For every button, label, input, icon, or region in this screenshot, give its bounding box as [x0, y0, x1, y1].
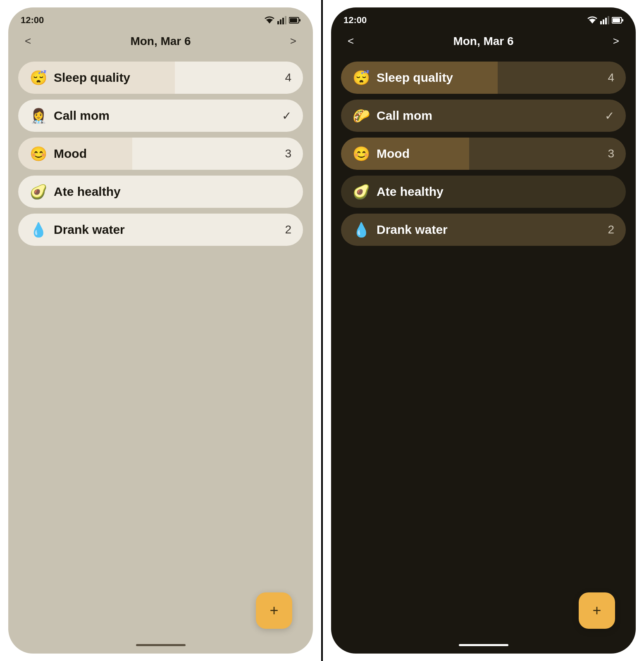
item-emoji: 💧 [30, 223, 47, 237]
item-value: 4 [608, 71, 614, 84]
signal-icon [277, 16, 286, 24]
item-emoji: 👩‍⚕️ [30, 109, 47, 123]
phone-dark: 12:00 < Mon, Mar 6 [331, 7, 636, 654]
item-emoji: 🥑 [30, 185, 47, 199]
fab-button-dark[interactable]: + [579, 592, 615, 629]
item-left: 👩‍⚕️ Call mom [30, 109, 110, 123]
nav-date-dark: Mon, Mar 6 [453, 35, 513, 48]
item-label: Mood [54, 147, 87, 161]
next-arrow-light[interactable]: > [286, 33, 301, 49]
item-label: Sleep quality [377, 71, 453, 85]
item-left: 🥑 Ate healthy [30, 185, 121, 199]
prev-arrow-light[interactable]: < [21, 33, 35, 49]
item-emoji: 😴 [30, 71, 47, 85]
fab-button-light[interactable]: + [256, 592, 292, 629]
item-label: Mood [377, 147, 410, 161]
status-bar-light: 12:00 [8, 7, 313, 29]
habit-list-light: 😴 Sleep quality 4 👩‍⚕️ Call mom ✓ 😊 Mood… [8, 57, 313, 246]
svg-rect-15 [622, 19, 623, 21]
svg-rect-2 [280, 19, 281, 24]
item-left: 🥑 Ate healthy [353, 185, 444, 199]
item-value: 2 [285, 223, 291, 236]
svg-rect-1 [277, 21, 279, 24]
list-item[interactable]: 💧 Drank water 2 [341, 214, 626, 246]
wifi-icon [587, 16, 598, 24]
list-item[interactable]: 🌮 Call mom ✓ [341, 100, 626, 132]
item-label: Drank water [54, 223, 125, 237]
svg-rect-7 [299, 19, 301, 21]
list-item[interactable]: 😊 Mood 3 [341, 138, 626, 170]
item-value: 4 [285, 71, 291, 84]
item-left: 😊 Mood [30, 147, 87, 161]
item-label: Sleep quality [54, 71, 130, 85]
item-emoji: 😊 [353, 147, 370, 161]
status-time-dark: 12:00 [343, 15, 367, 26]
habit-list-dark: 😴 Sleep quality 4 🌮 Call mom ✓ 😊 Mood 3 … [331, 57, 636, 246]
item-emoji: 🥑 [353, 185, 370, 199]
next-arrow-dark[interactable]: > [609, 33, 623, 49]
signal-icon [600, 16, 609, 24]
item-label: Ate healthy [54, 185, 121, 199]
item-left: 😴 Sleep quality [30, 71, 130, 85]
svg-rect-4 [285, 16, 286, 24]
list-item[interactable]: 😴 Sleep quality 4 [18, 62, 303, 94]
svg-rect-3 [282, 18, 284, 24]
prev-arrow-dark[interactable]: < [343, 33, 358, 49]
list-item[interactable]: 🥑 Ate healthy [341, 176, 626, 208]
status-bar-dark: 12:00 [331, 7, 636, 29]
header-nav-dark: < Mon, Mar 6 > [331, 29, 636, 57]
phone-divider [321, 0, 323, 661]
item-label: Call mom [54, 109, 110, 123]
status-icons-dark [587, 16, 623, 24]
item-left: 😴 Sleep quality [353, 71, 453, 85]
battery-icon [289, 17, 301, 24]
item-emoji: 😊 [30, 147, 47, 161]
list-item[interactable]: 👩‍⚕️ Call mom ✓ [18, 100, 303, 132]
svg-rect-12 [608, 16, 609, 24]
item-emoji: 🌮 [353, 109, 370, 123]
svg-rect-9 [600, 21, 602, 24]
nav-date-light: Mon, Mar 6 [130, 35, 191, 48]
item-label: Drank water [377, 223, 448, 237]
item-value: 3 [285, 147, 291, 160]
header-nav-light: < Mon, Mar 6 > [8, 29, 313, 57]
item-left: 🌮 Call mom [353, 109, 432, 123]
home-indicator-dark [459, 644, 508, 646]
list-item[interactable]: 🥑 Ate healthy [18, 176, 303, 208]
item-value: 3 [608, 147, 614, 160]
item-check: ✓ [282, 109, 291, 123]
item-emoji: 😴 [353, 71, 370, 85]
status-icons-light [264, 16, 301, 24]
item-left: 💧 Drank water [30, 223, 125, 237]
item-left: 😊 Mood [353, 147, 410, 161]
item-label: Call mom [377, 109, 432, 123]
wifi-icon [264, 16, 275, 24]
item-left: 💧 Drank water [353, 223, 448, 237]
svg-rect-6 [290, 18, 297, 22]
svg-rect-11 [605, 18, 607, 24]
phone-light: 12:00 < Mon, Mar 6 [8, 7, 313, 654]
status-time-light: 12:00 [21, 15, 44, 26]
item-value: 2 [608, 223, 614, 236]
item-label: Ate healthy [377, 185, 444, 199]
item-emoji: 💧 [353, 223, 370, 237]
svg-rect-14 [613, 18, 620, 22]
battery-icon [612, 17, 623, 24]
item-check: ✓ [605, 109, 614, 123]
home-indicator-light [136, 644, 186, 646]
list-item[interactable]: 😴 Sleep quality 4 [341, 62, 626, 94]
list-item[interactable]: 😊 Mood 3 [18, 138, 303, 170]
list-item[interactable]: 💧 Drank water 2 [18, 214, 303, 246]
svg-rect-10 [603, 19, 604, 24]
